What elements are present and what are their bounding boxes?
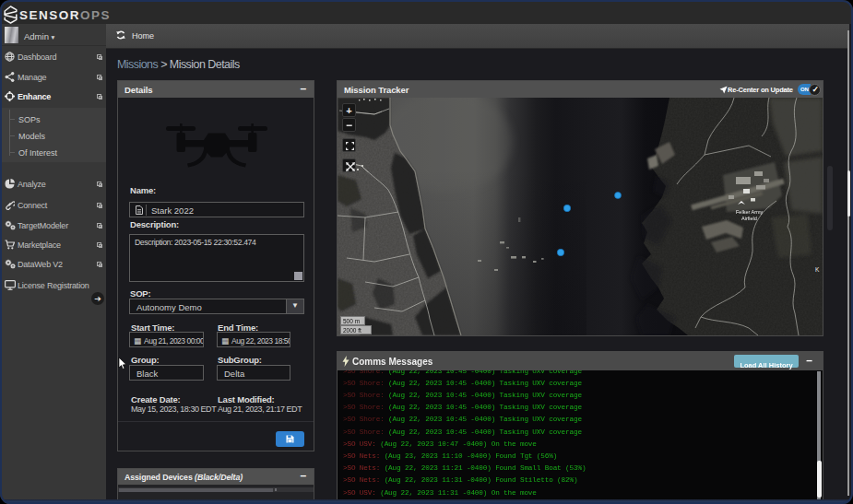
svg-text:Felker Army: Felker Army [736,209,764,215]
svg-text:K: K [815,266,820,273]
svg-text:Airfield: Airfield [741,216,757,221]
